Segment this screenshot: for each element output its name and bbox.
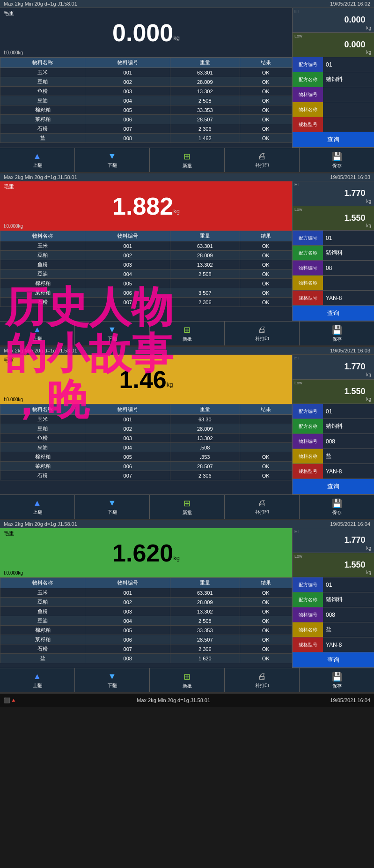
table-row: 玉米00163.30 xyxy=(0,415,292,424)
panel-4-btn-new[interactable]: ⊞ 新批 xyxy=(150,668,225,692)
panel-3-btn-down[interactable]: ▼ 下翻 xyxy=(75,495,150,519)
panel-1-btn-save[interactable]: 💾 保存 xyxy=(300,148,374,172)
panel-1-btn-up-label: 上翻 xyxy=(33,162,42,169)
table-cell: 3.507 xyxy=(170,288,240,298)
panel-1-spec-row: 规格型号 xyxy=(293,117,374,132)
table-cell: OK xyxy=(240,87,292,96)
panel-1-kg-unit: kg xyxy=(173,34,180,41)
table-cell: 28.009 xyxy=(170,424,240,434)
panel-1-query-btn[interactable]: 查询 xyxy=(293,132,374,147)
panel-4-spec-label: 规格型号 xyxy=(293,637,323,652)
panel-2-btn-save-label: 保存 xyxy=(332,336,342,343)
table-cell: OK xyxy=(240,134,292,143)
table-cell: 13.302 xyxy=(170,87,240,96)
table-cell: OK xyxy=(240,251,292,260)
panel-4-low-row: Low 1.550 kg xyxy=(293,553,374,578)
table-cell: 33.353 xyxy=(170,626,240,635)
panel-1-btn-up[interactable]: ▲ 上翻 xyxy=(0,148,75,172)
panel-2-bottom-bar: ▲ 上翻 ▼ 下翻 ⊞ 新批 🖨 补打印 💾 保存 xyxy=(0,321,374,345)
panel-3-spec-row: 规格型号 YAN-8 xyxy=(293,464,374,479)
table-cell: 28.009 xyxy=(170,77,240,87)
panel-4-query-row[interactable]: 查询 xyxy=(293,652,374,668)
panel-3-print-icon: 🖨 xyxy=(258,498,266,508)
status-left: ⬛🔺 xyxy=(4,697,17,703)
panel-3-formula-no-label: 配方编号 xyxy=(293,404,323,419)
panel-3-spec-label: 规格型号 xyxy=(293,464,323,479)
panel-1-btn-down-label: 下翻 xyxy=(108,162,117,169)
panel-1-cumulative: f:0.000kg xyxy=(4,50,23,55)
panel-2-btn-print[interactable]: 🖨 补打印 xyxy=(225,322,300,345)
panel-1-btn-down[interactable]: ▼ 下翻 xyxy=(75,148,150,172)
panel-4-btn-save[interactable]: 💾 保存 xyxy=(300,668,374,692)
panel-2-btn-down-label: 下翻 xyxy=(108,336,117,342)
panel-2-material-no-value: 08 xyxy=(323,261,374,275)
table-cell: 鱼粉 xyxy=(0,434,85,443)
panel-3-btn-new[interactable]: ⊞ 新批 xyxy=(150,495,225,519)
panel-3-btn-print[interactable]: 🖨 补打印 xyxy=(225,495,300,519)
table-cell: OK xyxy=(240,298,292,307)
table-cell: 002 xyxy=(85,251,170,260)
table-cell: 2.508 xyxy=(170,616,240,626)
table-row: 玉米00163.301OK xyxy=(0,588,292,598)
panel-3-query-btn[interactable]: 查询 xyxy=(293,479,374,494)
panel-2-btn-down[interactable]: ▼ 下翻 xyxy=(75,322,150,345)
panel-1-hi-value: 0.000 xyxy=(344,15,365,25)
panel-2-spec: Max 2kg Min 20g d=1g J1.58.01 xyxy=(4,174,77,180)
panel-3-btn-up[interactable]: ▲ 上翻 xyxy=(0,495,75,519)
table-row: 石粉0072.306OK xyxy=(0,124,292,134)
table-row: 盐0081.620OK xyxy=(0,654,292,663)
table-cell: 004 xyxy=(85,616,170,626)
table-row: 菜籽粕00628.507OK xyxy=(0,115,292,124)
panel-4-query-btn[interactable]: 查询 xyxy=(293,652,374,667)
panel-3-content: 物料名称 物料编号 重量 结果 玉米00163.30豆粕00228.009鱼粉0… xyxy=(0,404,374,494)
table-cell: 33.353 xyxy=(170,105,240,115)
table-cell: 28.009 xyxy=(170,598,240,607)
panel-2-query-btn[interactable]: 查询 xyxy=(293,306,374,321)
panel-4-btn-print-label: 补打印 xyxy=(255,682,269,689)
table-cell: 菜籽粕 xyxy=(0,288,85,298)
panel-3-main-weight: 毛重 1.46 kg f:0.000kg xyxy=(0,355,292,404)
table-cell: OK xyxy=(240,588,292,598)
table-cell: OK xyxy=(240,279,292,288)
panel-4-btn-up[interactable]: ▲ 上翻 xyxy=(0,668,75,692)
panel-2-print-icon: 🖨 xyxy=(258,325,266,335)
panel-2-query-row[interactable]: 查询 xyxy=(293,306,374,321)
panel-2-btn-save[interactable]: 💾 保存 xyxy=(300,322,374,345)
panel-4-btn-print[interactable]: 🖨 补打印 xyxy=(225,668,300,692)
panel-1-query-row[interactable]: 查询 xyxy=(293,132,374,148)
table-cell: 石粉 xyxy=(0,644,85,654)
panel-3-btn-save[interactable]: 💾 保存 xyxy=(300,495,374,519)
table-row: 菜籽粕00628.507OK xyxy=(0,462,292,471)
panel-1-btn-print[interactable]: 🖨 补打印 xyxy=(225,148,300,172)
table-cell: OK xyxy=(240,654,292,663)
panel-4-table: 物料名称 物料编号 重量 结果 玉米00163.301OK豆粕00228.009… xyxy=(0,577,292,668)
panel-3-query-row[interactable]: 查询 xyxy=(293,479,374,494)
panel-2-formula-name-value: 猪饲料 xyxy=(323,246,374,260)
panel-4-low-unit: kg xyxy=(366,570,371,575)
table-cell: 28.009 xyxy=(170,251,240,260)
p2-col-name: 物料名称 xyxy=(0,231,85,241)
table-cell: OK xyxy=(240,462,292,471)
panel-4-btn-down[interactable]: ▼ 下翻 xyxy=(75,668,150,692)
panel-3-material-name-value: 盐 xyxy=(323,449,374,464)
panel-4-formula-name-row: 配方名称 猪饲料 xyxy=(293,592,374,607)
panel-2-btn-up[interactable]: ▲ 上翻 xyxy=(0,322,75,345)
panel-3-topbar: Max 2kg Min 20g d=1g J1.58.01 19/05/2021… xyxy=(0,347,374,355)
table-cell: 2.508 xyxy=(170,96,240,105)
panel-1-btn-new[interactable]: ⊞ 新批 xyxy=(150,148,225,172)
panel-3-kg-unit: kg xyxy=(167,381,173,388)
panel-4-material-no-row: 物料编号 008 xyxy=(293,607,374,622)
panel-2-btn-new[interactable]: ⊞ 新批 xyxy=(150,322,225,345)
panel-2-spec-value: YAN-8 xyxy=(323,291,374,305)
panel-1-spec-label: 规格型号 xyxy=(293,117,323,132)
panel-3-low-row: Low 1.550 kg xyxy=(293,380,374,404)
table-cell: OK xyxy=(240,115,292,124)
panel-2-kg-unit: kg xyxy=(173,208,180,215)
table-cell: 棉籽粕 xyxy=(0,452,85,462)
table-cell: 豆油 xyxy=(0,269,85,279)
panel-3-low-value: 1.550 xyxy=(344,387,365,397)
table-cell: 005 xyxy=(85,452,170,462)
table-row: 豆油0042.508OK xyxy=(0,269,292,279)
table-cell: OK xyxy=(240,105,292,115)
panel-4-formula-no-row: 配方编号 01 xyxy=(293,577,374,592)
